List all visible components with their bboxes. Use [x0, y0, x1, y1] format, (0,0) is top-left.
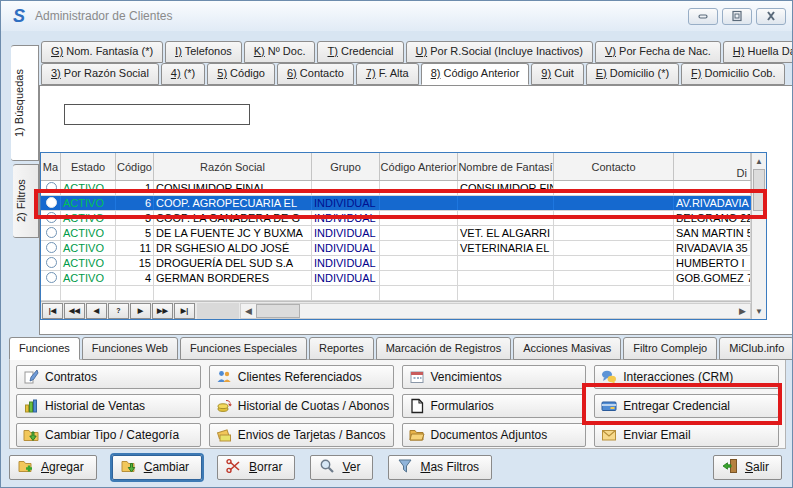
- button-label: Agregar: [41, 460, 84, 474]
- entregar-credencial-button[interactable]: Entregar Credencial: [594, 394, 779, 418]
- agregar-button[interactable]: Agregar: [9, 455, 97, 480]
- interacciones-crm-button[interactable]: Interacciones (CRM): [594, 365, 779, 389]
- function-tab[interactable]: Funciones Web: [82, 337, 178, 360]
- row-radio[interactable]: [46, 242, 57, 253]
- enviar-email-button[interactable]: Enviar Email: [594, 423, 779, 447]
- pager-button[interactable]: ▶▶: [152, 303, 173, 319]
- table-row[interactable]: ACTIVO5DE LA FUENTE JC Y BUXMAINDIVIDUAL…: [41, 226, 751, 241]
- function-tab[interactable]: Funciones Especiales: [180, 337, 307, 360]
- borrar-button[interactable]: Borrar: [217, 455, 295, 480]
- search-tab[interactable]: G) Nom. Fantasía (*): [41, 41, 163, 63]
- vertical-scroll-thumb[interactable]: [753, 169, 765, 211]
- historial-de-ventas-button[interactable]: Historial de Ventas: [16, 394, 201, 418]
- search-tab[interactable]: I) Telefonos: [165, 41, 242, 63]
- cell-codant: [380, 271, 458, 285]
- pager-button[interactable]: ◀: [86, 303, 107, 319]
- search-tab[interactable]: 7) F. Alta: [356, 63, 419, 85]
- search-input[interactable]: [64, 104, 250, 125]
- row-radio[interactable]: [46, 197, 57, 208]
- cell-razon: CONSUMIDOR FINAL: [154, 181, 312, 195]
- scroll-left-icon[interactable]: ◀: [241, 304, 256, 318]
- search-tab[interactable]: E) Domicilio (*): [586, 63, 679, 85]
- row-radio[interactable]: [46, 182, 57, 193]
- form-icon: [409, 398, 425, 414]
- grid-content: MaEstadoCódigoRazón SocialGrupoCódigo An…: [41, 153, 751, 319]
- search-tab[interactable]: K) Nº Doc.: [244, 41, 316, 63]
- pager-nav: |◀◀◀◀?▶▶▶▶|: [41, 303, 195, 319]
- minimize-button[interactable]: [688, 8, 718, 25]
- cell-fantasia: [458, 271, 554, 285]
- column-header: Código: [116, 153, 154, 180]
- side-tab-1[interactable]: 1) Búsquedas: [11, 45, 39, 161]
- function-tab[interactable]: MiClub.info: [719, 337, 793, 360]
- search-panel: MaEstadoCódigoRazón SocialGrupoCódigo An…: [39, 85, 793, 335]
- cell-estado: ACTIVO: [61, 226, 116, 240]
- vertical-scroll-track[interactable]: [752, 211, 766, 303]
- row-marker-cell: [41, 271, 61, 285]
- scroll-right-icon[interactable]: ▶: [735, 304, 750, 318]
- search-tab[interactable]: V) Por Fecha de Nac.: [595, 41, 721, 63]
- search-tab[interactable]: 3) Por Razón Social: [41, 63, 159, 85]
- pager-button[interactable]: |◀: [42, 303, 63, 319]
- folder-open-icon: [409, 427, 425, 443]
- cambiar-button[interactable]: Cambiar: [112, 455, 202, 480]
- documentos-adjuntos-button[interactable]: Documentos Adjuntos: [402, 423, 587, 447]
- cell-grupo: INDIVIDUAL: [312, 271, 380, 285]
- search-tab[interactable]: 8) Código Anterior: [421, 63, 530, 85]
- formularios-button[interactable]: Formularios: [402, 394, 587, 418]
- row-radio[interactable]: [46, 272, 57, 283]
- function-tab[interactable]: Acciones Masivas: [513, 337, 621, 360]
- search-tab[interactable]: U) Por R.Social (Incluye Inactivos): [406, 41, 594, 63]
- button-label: Interacciones (CRM): [623, 370, 733, 384]
- search-tab[interactable]: F) Domicilio Cob.: [681, 63, 785, 85]
- pager-button[interactable]: ?: [108, 303, 129, 319]
- search-tab[interactable]: H) Huella Dactilar: [723, 41, 793, 63]
- envios-de-tarjetas-bancos-button[interactable]: Envios de Tarjetas / Bancos: [209, 423, 394, 447]
- salir-button[interactable]: Salir: [713, 455, 782, 480]
- table-row[interactable]: ACTIVO3COOP. LA GANADERA DE GINDIVIDUALB…: [41, 211, 751, 226]
- cell-codigo: 4: [116, 271, 154, 285]
- grid-header: MaEstadoCódigoRazón SocialGrupoCódigo An…: [41, 153, 751, 181]
- scroll-down-icon[interactable]: ▼: [752, 303, 766, 319]
- horizontal-scrollbar[interactable]: ◀ ▶: [240, 303, 751, 319]
- vencimientos-button[interactable]: Vencimientos: [402, 365, 587, 389]
- search-tab-label: U) Por R.Social (Incluye Inactivos): [416, 45, 584, 57]
- function-tab[interactable]: Funciones: [9, 337, 80, 360]
- table-row[interactable]: ACTIVO1CONSUMIDOR FINALCONSUMIDOR FIN: [41, 181, 751, 196]
- table-row[interactable]: ACTIVO6COOP. AGROPECUARIA ELINDIVIDUALAV…: [41, 196, 751, 211]
- search-tab[interactable]: 4) (*): [161, 63, 205, 85]
- table-row[interactable]: ACTIVO15DROGUERÍA DEL SUD S.AINDIVIDUALH…: [41, 256, 751, 271]
- scroll-up-icon[interactable]: ▲: [752, 153, 766, 169]
- search-tab[interactable]: 9) Cuit: [531, 63, 583, 85]
- maximize-button[interactable]: [722, 8, 752, 25]
- cell-razon: DROGUERÍA DEL SUD S.A: [154, 256, 312, 270]
- close-button[interactable]: [756, 8, 786, 25]
- clientes-referenciados-button[interactable]: Clientes Referenciados: [209, 365, 394, 389]
- pager-button[interactable]: ▶|: [174, 303, 195, 319]
- bar-chart-icon: [23, 398, 39, 414]
- table-row[interactable]: ACTIVO11DR SGHESIO ALDO JOSÉINDIVIDUALVE…: [41, 241, 751, 256]
- search-tab[interactable]: 5) Código: [207, 63, 275, 85]
- function-tab[interactable]: Reportes: [309, 337, 374, 360]
- side-tab-2[interactable]: 2) Filtros: [13, 164, 39, 238]
- search-tab[interactable]: T) Credencial: [317, 41, 403, 63]
- row-radio[interactable]: [46, 257, 57, 268]
- pager-button[interactable]: ▶: [130, 303, 151, 319]
- button-label: Formularios: [431, 399, 494, 413]
- row-radio[interactable]: [46, 227, 57, 238]
- historial-de-cuotas-abonos-button[interactable]: Historial de Cuotas / Abonos: [209, 394, 394, 418]
- app-logo-icon: S: [9, 6, 29, 26]
- mas-filtros-button[interactable]: Mas Filtros: [388, 455, 492, 480]
- cambiar-tipo-categor-a-button[interactable]: Cambiar Tipo / Categoría: [16, 423, 201, 447]
- row-radio[interactable]: [46, 212, 57, 223]
- horizontal-scroll-thumb[interactable]: [256, 304, 300, 318]
- function-tab[interactable]: Filtro Complejo: [623, 337, 717, 360]
- contratos-button[interactable]: Contratos: [16, 365, 201, 389]
- vertical-scrollbar[interactable]: ▲ ▼: [751, 153, 766, 319]
- function-tab[interactable]: Marcación de Registros: [376, 337, 512, 360]
- cell-codant: [380, 241, 458, 255]
- pager-button[interactable]: ◀◀: [64, 303, 85, 319]
- table-row[interactable]: ACTIVO4GERMAN BORDERESINDIVIDUALGOB.GOME…: [41, 271, 751, 286]
- ver-button[interactable]: Ver: [310, 455, 373, 480]
- search-tab[interactable]: 6) Contacto: [277, 63, 354, 85]
